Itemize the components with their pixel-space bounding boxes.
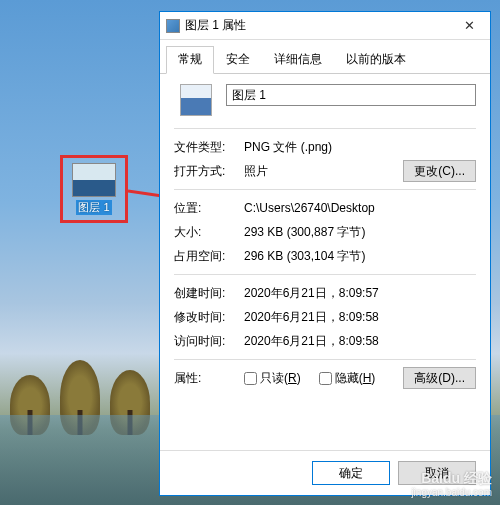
file-label: 图层 1 xyxy=(76,200,111,215)
file-thumbnail xyxy=(72,163,116,197)
filetype-value: PNG 文件 (.png) xyxy=(244,139,476,156)
sizedisk-value: 296 KB (303,104 字节) xyxy=(244,248,476,265)
openwith-label: 打开方式: xyxy=(174,163,244,180)
ok-button[interactable]: 确定 xyxy=(312,461,390,485)
filename-input[interactable] xyxy=(226,84,476,106)
attributes-label: 属性: xyxy=(174,370,244,387)
separator xyxy=(174,128,476,129)
location-label: 位置: xyxy=(174,200,244,217)
desktop-background: 图层 1 图层 1 属性 ✕ 常规 安全 详细信息 以前的版本 文件类型: PN… xyxy=(0,0,500,505)
openwith-value: 照片 xyxy=(244,163,403,180)
size-value: 293 KB (300,887 字节) xyxy=(244,224,476,241)
sizedisk-label: 占用空间: xyxy=(174,248,244,265)
title-icon xyxy=(166,19,180,33)
file-type-icon xyxy=(180,84,212,116)
titlebar: 图层 1 属性 ✕ xyxy=(160,12,490,40)
tab-previous-versions[interactable]: 以前的版本 xyxy=(334,46,418,73)
watermark-url: jingyan.baidu.com xyxy=(411,487,492,499)
hidden-checkbox[interactable]: 隐藏(H) xyxy=(319,370,376,387)
desktop-file-icon[interactable]: 图层 1 xyxy=(60,155,128,223)
separator xyxy=(174,189,476,190)
watermark-brand: Baidu 经验 xyxy=(411,470,492,487)
tab-security[interactable]: 安全 xyxy=(214,46,262,73)
tab-details[interactable]: 详细信息 xyxy=(262,46,334,73)
size-label: 大小: xyxy=(174,224,244,241)
accessed-value: 2020年6月21日，8:09:58 xyxy=(244,333,476,350)
watermark: Baidu 经验 jingyan.baidu.com xyxy=(411,470,492,499)
separator xyxy=(174,359,476,360)
accessed-label: 访问时间: xyxy=(174,333,244,350)
readonly-checkbox-input[interactable] xyxy=(244,372,257,385)
title-text: 图层 1 属性 xyxy=(185,17,448,34)
created-value: 2020年6月21日，8:09:57 xyxy=(244,285,476,302)
tab-general[interactable]: 常规 xyxy=(166,46,214,74)
filetype-label: 文件类型: xyxy=(174,139,244,156)
modified-value: 2020年6月21日，8:09:58 xyxy=(244,309,476,326)
change-button[interactable]: 更改(C)... xyxy=(403,160,476,182)
readonly-checkbox[interactable]: 只读(R) xyxy=(244,370,301,387)
separator xyxy=(174,274,476,275)
tab-content: 文件类型: PNG 文件 (.png) 打开方式: 照片 更改(C)... 位置… xyxy=(160,74,490,450)
properties-dialog: 图层 1 属性 ✕ 常规 安全 详细信息 以前的版本 文件类型: PNG 文件 … xyxy=(159,11,491,496)
location-value: C:\Users\26740\Desktop xyxy=(244,201,476,215)
created-label: 创建时间: xyxy=(174,285,244,302)
hidden-checkbox-input[interactable] xyxy=(319,372,332,385)
modified-label: 修改时间: xyxy=(174,309,244,326)
close-button[interactable]: ✕ xyxy=(448,12,490,40)
tab-bar: 常规 安全 详细信息 以前的版本 xyxy=(160,40,490,74)
advanced-button[interactable]: 高级(D)... xyxy=(403,367,476,389)
